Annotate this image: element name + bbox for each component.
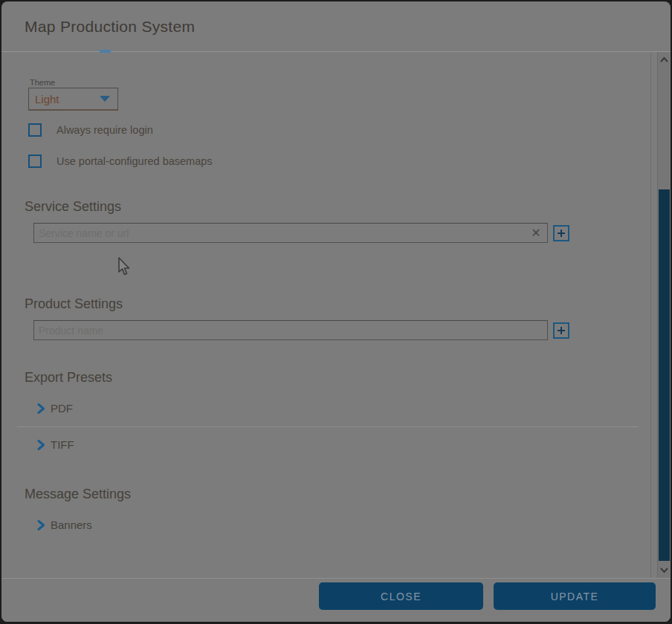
dialog-footer: CLOSE UPDATE: [1, 578, 671, 622]
theme-selected-value: Light: [35, 93, 100, 105]
mouse-cursor: [117, 257, 132, 276]
export-preset-label: TIFF: [51, 438, 74, 451]
preset-divider: [17, 426, 639, 427]
theme-label: Theme: [30, 78, 55, 87]
service-name-input[interactable]: [33, 223, 548, 243]
chevron-down-icon: [100, 96, 110, 102]
export-preset-pdf-row[interactable]: PDF: [37, 402, 73, 415]
dialog-title: Map Production System: [25, 18, 195, 36]
always-require-login-row[interactable]: Always require login: [28, 123, 153, 137]
close-button[interactable]: CLOSE: [319, 582, 483, 610]
vertical-scrollbar[interactable]: [657, 52, 670, 578]
add-product-button[interactable]: [553, 322, 569, 339]
clipped-content-sliver: [100, 50, 111, 53]
content-scrollbar-divider: [650, 52, 651, 578]
dialog-header: Map Production System: [1, 1, 671, 52]
export-preset-tiff-row[interactable]: TIFF: [37, 438, 74, 451]
clear-icon[interactable]: ✕: [529, 227, 543, 240]
map-production-dialog: Map Production System Theme Light Always…: [1, 1, 671, 622]
plus-icon: [557, 326, 566, 335]
checkbox-label: Use portal-configured basemaps: [56, 155, 213, 167]
export-presets-heading: Export Presets: [25, 370, 112, 386]
chevron-right-icon: [37, 403, 45, 414]
update-button[interactable]: UPDATE: [494, 582, 656, 610]
message-settings-heading: Message Settings: [25, 487, 131, 502]
product-name-input[interactable]: [33, 320, 548, 340]
service-settings-heading: Service Settings: [25, 199, 121, 215]
portal-basemaps-row[interactable]: Use portal-configured basemaps: [28, 155, 213, 168]
theme-select[interactable]: Light: [28, 88, 118, 111]
product-settings-heading: Product Settings: [25, 296, 123, 312]
portal-basemaps-checkbox[interactable]: [28, 155, 42, 168]
banners-row[interactable]: Banners: [37, 519, 92, 531]
add-service-button[interactable]: [553, 225, 569, 241]
chevron-down-icon: [660, 568, 668, 573]
chevron-right-icon: [37, 520, 45, 530]
export-preset-label: PDF: [51, 402, 73, 415]
banners-label: Banners: [51, 519, 92, 531]
always-require-login-checkbox[interactable]: [28, 123, 42, 137]
scrollbar-thumb[interactable]: [659, 189, 670, 561]
checkbox-label: Always require login: [56, 124, 153, 136]
plus-icon: [557, 229, 566, 238]
scroll-up-button[interactable]: [658, 53, 670, 65]
chevron-right-icon: [37, 440, 45, 450]
screen-frame: Map Production System Theme Light Always…: [0, 0, 672, 624]
chevron-up-icon: [660, 56, 668, 62]
scroll-down-button[interactable]: [658, 565, 670, 576]
